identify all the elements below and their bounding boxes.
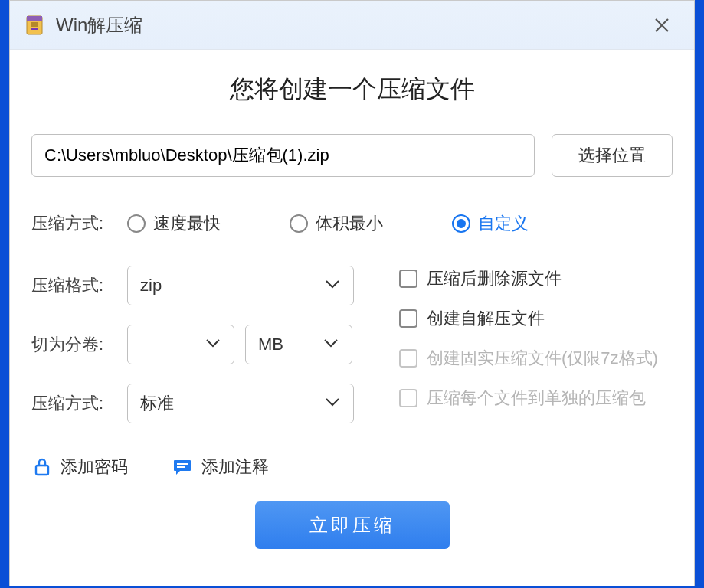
- svg-rect-3: [31, 28, 38, 30]
- custom-settings: 压缩格式: zip 切为分卷:: [31, 266, 673, 423]
- level-select[interactable]: 标准: [127, 384, 354, 423]
- chevron-down-icon: [323, 338, 339, 351]
- radio-icon: [127, 214, 146, 233]
- format-label: 压缩格式:: [31, 274, 127, 297]
- checkbox-delete-source[interactable]: 压缩后删除源文件: [399, 267, 673, 290]
- radio-icon: [452, 214, 470, 233]
- add-comment-label: 添加注释: [201, 456, 269, 479]
- compress-button[interactable]: 立即压缩: [255, 501, 450, 549]
- radio-smallest-label: 体积最小: [316, 212, 383, 235]
- radio-fastest[interactable]: 速度最快: [127, 212, 221, 235]
- browse-button[interactable]: 选择位置: [552, 134, 673, 177]
- add-comment-link[interactable]: 添加注释: [172, 456, 269, 479]
- add-password-link[interactable]: 添加密码: [33, 456, 128, 479]
- checkbox-each-file-label: 压缩每个文件到单独的压缩包: [427, 387, 646, 410]
- svg-rect-7: [177, 463, 188, 465]
- mode-radio-group: 速度最快 体积最小 自定义: [127, 212, 529, 235]
- checkbox-self-extract-label: 创建自解压文件: [427, 307, 545, 330]
- format-row: 压缩格式: zip: [31, 266, 368, 305]
- level-row: 压缩方式: 标准: [31, 384, 368, 423]
- checkbox-icon: [399, 270, 417, 288]
- checkbox-solid-7z: 创建固实压缩文件(仅限7z格式): [399, 347, 673, 370]
- output-path-input[interactable]: [31, 134, 535, 177]
- checkbox-delete-source-label: 压缩后删除源文件: [427, 267, 562, 290]
- left-column: 压缩格式: zip 切为分卷:: [31, 266, 368, 423]
- chevron-down-icon: [324, 397, 341, 410]
- radio-fastest-label: 速度最快: [153, 212, 221, 235]
- format-value: zip: [140, 276, 162, 296]
- split-row: 切为分卷: MB: [31, 325, 368, 364]
- app-window: Win解压缩 您将创建一个压缩文件 选择位置 压缩方式: 速度最快: [9, 0, 695, 586]
- checkbox-solid-7z-label: 创建固实压缩文件(仅限7z格式): [427, 347, 658, 370]
- split-label: 切为分卷:: [31, 333, 127, 356]
- svg-rect-1: [27, 16, 42, 21]
- close-button[interactable]: [643, 7, 680, 44]
- titlebar: Win解压缩: [10, 1, 694, 50]
- window-title: Win解压缩: [56, 13, 142, 38]
- svg-rect-8: [177, 466, 185, 468]
- action-row: 立即压缩: [31, 501, 673, 549]
- split-unit-value: MB: [258, 335, 283, 354]
- content-area: 您将创建一个压缩文件 选择位置 压缩方式: 速度最快 体积最小 自定义: [10, 50, 694, 586]
- split-size-select[interactable]: [127, 325, 234, 364]
- radio-custom-label: 自定义: [478, 212, 529, 235]
- radio-smallest[interactable]: 体积最小: [290, 212, 383, 235]
- right-column: 压缩后删除源文件 创建自解压文件 创建固实压缩文件(仅限7z格式) 压缩每个文件…: [399, 266, 673, 423]
- radio-custom[interactable]: 自定义: [452, 212, 529, 235]
- add-password-label: 添加密码: [61, 456, 128, 479]
- page-title: 您将创建一个压缩文件: [31, 73, 673, 106]
- compression-mode-row: 压缩方式: 速度最快 体积最小 自定义: [31, 212, 673, 235]
- chevron-down-icon: [205, 338, 221, 351]
- checkbox-icon: [399, 309, 417, 328]
- checkbox-icon: [399, 389, 417, 407]
- split-unit-select[interactable]: MB: [245, 325, 352, 364]
- svg-rect-2: [31, 22, 38, 27]
- comment-icon: [172, 458, 192, 476]
- chevron-down-icon: [324, 279, 341, 292]
- mode-label: 压缩方式:: [31, 212, 127, 235]
- checkbox-self-extract[interactable]: 创建自解压文件: [399, 307, 673, 330]
- output-path-row: 选择位置: [31, 134, 673, 177]
- format-select[interactable]: zip: [127, 266, 354, 305]
- checkbox-each-file: 压缩每个文件到单独的压缩包: [399, 387, 673, 410]
- app-icon: [24, 15, 45, 36]
- checkbox-icon: [399, 349, 417, 368]
- level-value: 标准: [140, 392, 174, 415]
- lock-icon: [33, 457, 51, 477]
- level-label: 压缩方式:: [31, 392, 127, 415]
- svg-rect-6: [36, 466, 48, 475]
- radio-icon: [290, 214, 308, 233]
- close-icon: [653, 17, 670, 34]
- extra-links-row: 添加密码 添加注释: [31, 456, 673, 479]
